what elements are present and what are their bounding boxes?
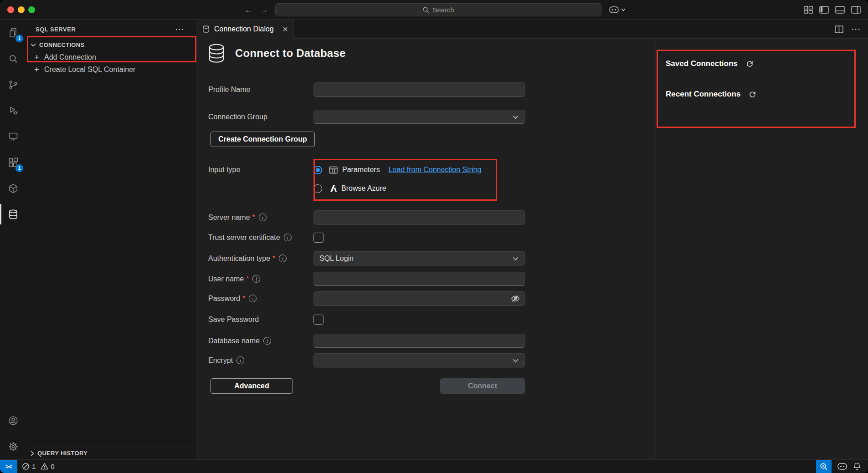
- user-name-row: User name * i: [208, 272, 525, 286]
- back-button[interactable]: ←: [244, 0, 253, 20]
- close-tab-icon[interactable]: ×: [282, 26, 288, 32]
- server-name-input[interactable]: [313, 210, 525, 224]
- dialog-title: Connect to Database: [235, 47, 346, 60]
- refresh-recent-connections-button[interactable]: [748, 90, 757, 99]
- parameters-label: Parameters: [342, 166, 380, 174]
- info-icon[interactable]: i: [263, 337, 271, 345]
- gear-icon: [8, 441, 19, 452]
- warning-icon: [41, 463, 48, 470]
- layout-sidebar-right-icon: [851, 6, 861, 14]
- forward-button[interactable]: →: [260, 0, 268, 20]
- password-input[interactable]: [313, 291, 525, 305]
- remote-explorer-icon: [8, 131, 19, 142]
- activity-source-control[interactable]: [0, 71, 26, 97]
- connection-group-dropdown[interactable]: [313, 110, 525, 124]
- sidebar-more-actions-button[interactable]: ⋯: [175, 27, 184, 31]
- chevron-down-icon: [513, 257, 519, 261]
- sql-server-icon: [8, 209, 19, 220]
- server-name-row: Server name * i: [208, 210, 525, 224]
- trust-server-certificate-checkbox[interactable]: [313, 233, 324, 243]
- activity-run-debug[interactable]: [0, 97, 26, 123]
- info-icon[interactable]: i: [279, 254, 287, 262]
- table-icon: [329, 166, 338, 174]
- authentication-type-label: Authentication type: [208, 254, 270, 263]
- copilot-status-icon[interactable]: [837, 463, 847, 470]
- sidebar-header: SQL SERVER ⋯: [26, 20, 196, 39]
- browse-azure-radio[interactable]: [313, 184, 322, 193]
- editor-more-actions-button[interactable]: ⋯: [851, 27, 861, 31]
- notifications-bell-icon[interactable]: [853, 462, 861, 471]
- info-icon[interactable]: i: [252, 275, 260, 283]
- connect-button[interactable]: Connect: [440, 378, 525, 394]
- password-row: Password * i: [208, 291, 525, 305]
- search-icon: [8, 53, 19, 64]
- profile-name-input[interactable]: [313, 82, 525, 97]
- query-history-section-header[interactable]: QUERY HISTORY: [26, 447, 196, 459]
- command-center-search[interactable]: Search: [275, 3, 601, 16]
- create-local-sql-container-item[interactable]: + Create Local SQL Container: [26, 63, 196, 76]
- info-icon[interactable]: i: [236, 356, 244, 364]
- connections-section-header[interactable]: CONNECTIONS: [26, 39, 196, 51]
- add-connection-item[interactable]: + Add Connection: [26, 51, 196, 63]
- customize-layout-button[interactable]: [804, 6, 813, 14]
- authentication-type-value: SQL Login: [319, 254, 354, 263]
- trust-server-certificate-label: Trust server certificate: [208, 234, 280, 242]
- error-icon: [22, 463, 30, 470]
- chevron-down-icon: [621, 8, 626, 11]
- server-name-label: Server name: [208, 214, 250, 222]
- zoom-status-button[interactable]: [816, 460, 832, 473]
- save-password-row: Save Password: [208, 312, 525, 326]
- connection-dialog-webview: Connect to Database Profile Name Connect…: [196, 39, 868, 459]
- activity-settings[interactable]: [0, 433, 26, 459]
- info-icon[interactable]: i: [259, 214, 267, 221]
- connection-dialog-tab-icon: [202, 25, 210, 33]
- split-editor-button[interactable]: [835, 25, 843, 33]
- toggle-panel-button[interactable]: [835, 6, 845, 14]
- zoom-window-button[interactable]: [28, 6, 35, 13]
- save-password-checkbox[interactable]: [313, 315, 324, 325]
- database-name-input[interactable]: [313, 334, 525, 348]
- encrypt-label: Encrypt: [208, 356, 233, 365]
- refresh-saved-connections-button[interactable]: [745, 60, 754, 68]
- info-icon[interactable]: i: [284, 234, 292, 241]
- activity-remote-explorer[interactable]: [0, 123, 26, 149]
- copilot-menu-button[interactable]: [609, 0, 626, 20]
- toggle-password-visibility-button[interactable]: [511, 294, 520, 303]
- close-window-button[interactable]: [7, 6, 14, 13]
- dialog-title-block: Connect to Database: [208, 43, 346, 63]
- activity-search[interactable]: [0, 46, 26, 71]
- required-marker: *: [246, 275, 249, 283]
- tab-connection-dialog[interactable]: Connection Dialog ×: [196, 20, 294, 39]
- required-marker: *: [242, 295, 245, 303]
- activity-sql-server[interactable]: [0, 201, 26, 227]
- user-name-input[interactable]: [313, 272, 525, 286]
- trust-server-certificate-row: Trust server certificate i: [208, 230, 525, 244]
- activity-accounts[interactable]: [0, 407, 26, 433]
- connections-section-label: CONNECTIONS: [39, 41, 84, 48]
- database-icon: [208, 43, 225, 63]
- status-bar: >< 1 0: [0, 459, 868, 473]
- minimize-window-button[interactable]: [18, 6, 25, 13]
- activity-explorer[interactable]: 1: [0, 20, 26, 46]
- load-connection-string-link[interactable]: Load from Connection String: [389, 166, 482, 174]
- remote-indicator[interactable]: ><: [0, 460, 17, 473]
- profile-name-label: Profile Name: [208, 86, 250, 94]
- plus-icon: +: [34, 52, 44, 62]
- activity-extensions[interactable]: 1: [0, 149, 26, 175]
- info-icon[interactable]: i: [249, 295, 257, 302]
- toggle-primary-sidebar-button[interactable]: [819, 6, 829, 14]
- search-placeholder: Search: [432, 6, 454, 14]
- problems-indicator[interactable]: 1 0: [22, 463, 55, 470]
- toggle-secondary-sidebar-button[interactable]: [851, 6, 861, 14]
- advanced-button[interactable]: Advanced: [211, 378, 293, 394]
- authentication-type-dropdown[interactable]: SQL Login: [313, 251, 525, 265]
- connection-group-row: Connection Group: [208, 110, 525, 124]
- activity-database-projects[interactable]: [0, 175, 26, 201]
- encrypt-row: Encrypt i: [208, 353, 525, 367]
- refresh-icon: [745, 60, 754, 68]
- encrypt-dropdown[interactable]: [313, 353, 525, 367]
- saved-connections-row: Saved Connections: [666, 56, 754, 72]
- parameters-radio[interactable]: [313, 166, 322, 174]
- create-connection-group-button[interactable]: Create Connection Group: [211, 132, 315, 147]
- create-local-sql-container-label: Create Local SQL Container: [44, 66, 135, 74]
